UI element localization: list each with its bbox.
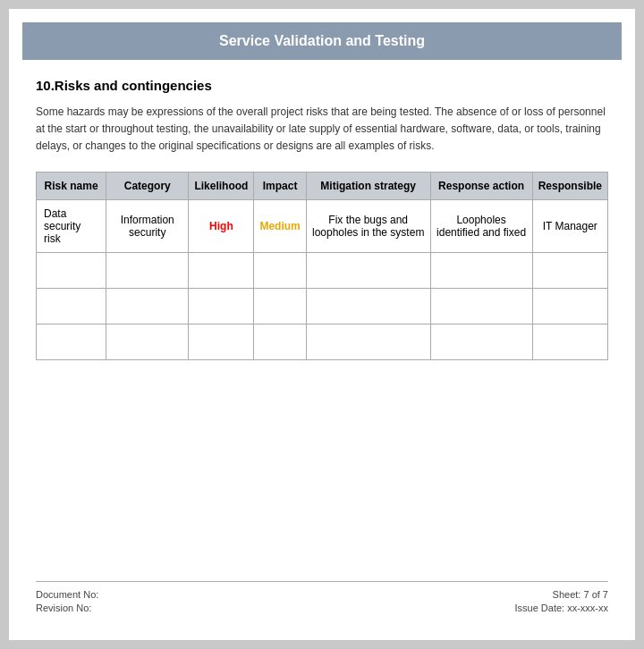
row-2-cell-5 — [430, 288, 532, 324]
table-row — [37, 288, 608, 324]
row-0-cell-3: Medium — [254, 199, 306, 252]
row-0-cell-1: Information security — [106, 199, 189, 252]
row-2-cell-0 — [37, 288, 106, 324]
footer-right: Sheet: 7 of 7 Issue Date: xx-xxx-xx — [514, 589, 608, 613]
row-3-cell-2 — [189, 324, 254, 359]
row-3-cell-3 — [254, 324, 306, 359]
section-number: 10. — [36, 78, 55, 93]
row-3-cell-1 — [106, 324, 189, 359]
row-1-cell-4 — [306, 252, 430, 288]
section-description: Some hazards may be expressions of the o… — [36, 104, 608, 156]
row-2-cell-4 — [306, 288, 430, 324]
main-content: 10.Risks and contingencies Some hazards … — [9, 60, 635, 572]
col-header-impact: Impact — [254, 172, 306, 199]
header-bar: Service Validation and Testing — [22, 22, 622, 60]
col-header-category: Category — [106, 172, 189, 199]
col-header-risk-name: Risk name — [37, 172, 106, 199]
issue-date: Issue Date: xx-xxx-xx — [514, 603, 608, 613]
footer: Document No: Revision No: Sheet: 7 of 7 … — [36, 581, 608, 613]
row-2-cell-3 — [254, 288, 306, 324]
row-0-cell-0: Data security risk — [37, 199, 106, 252]
table-row: Data security riskInformation securityHi… — [37, 199, 608, 252]
col-header-responsible: Responsible — [532, 172, 607, 199]
row-0-cell-6: IT Manager — [532, 199, 607, 252]
table-row — [37, 324, 608, 359]
row-1-cell-1 — [106, 252, 189, 288]
section-heading: Risks and contingencies — [55, 78, 212, 93]
row-2-cell-1 — [106, 288, 189, 324]
table-header-row: Risk name Category Likelihood Impact Mit… — [37, 172, 608, 199]
row-1-cell-5 — [430, 252, 532, 288]
row-1-cell-0 — [37, 252, 106, 288]
row-3-cell-6 — [532, 324, 607, 359]
row-1-cell-3 — [254, 252, 306, 288]
risks-table: Risk name Category Likelihood Impact Mit… — [36, 172, 608, 360]
revision-label: Revision No: — [36, 603, 98, 613]
col-header-response: Response action — [430, 172, 532, 199]
col-header-mitigation: Mitigation strategy — [306, 172, 430, 199]
page-title: Service Validation and Testing — [40, 33, 604, 49]
row-0-cell-5: Loopholes identified and fixed — [430, 199, 532, 252]
row-1-cell-2 — [189, 252, 254, 288]
row-1-cell-6 — [532, 252, 607, 288]
page: Service Validation and Testing 10.Risks … — [9, 9, 635, 640]
footer-left: Document No: Revision No: — [36, 589, 98, 613]
sheet-info: Sheet: 7 of 7 — [514, 589, 608, 600]
section-title: 10.Risks and contingencies — [36, 78, 608, 93]
row-2-cell-2 — [189, 288, 254, 324]
row-3-cell-4 — [306, 324, 430, 359]
doc-no-label: Document No: — [36, 589, 98, 600]
row-0-cell-2: High — [189, 199, 254, 252]
row-2-cell-6 — [532, 288, 607, 324]
row-0-cell-4: Fix the bugs and loopholes in the system — [306, 199, 430, 252]
table-row — [37, 252, 608, 288]
col-header-likelihood: Likelihood — [189, 172, 254, 199]
row-3-cell-5 — [430, 324, 532, 359]
row-3-cell-0 — [37, 324, 106, 359]
